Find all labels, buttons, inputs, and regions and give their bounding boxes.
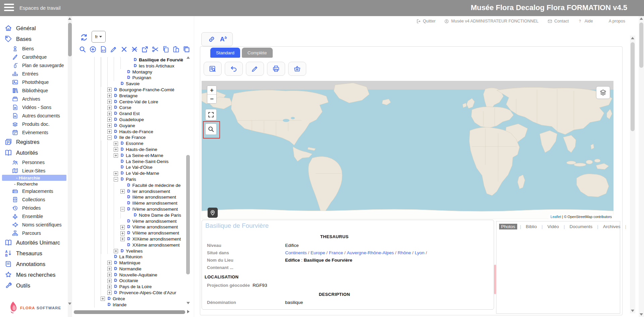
view-tab[interactable]: Complète: [242, 48, 273, 58]
breadcrumb-link[interactable]: Continents: [285, 250, 311, 255]
tree-scroll-down-arrow[interactable]: [186, 302, 190, 304]
tree-item[interactable]: D VIIème arrondissement: [73, 230, 189, 236]
scroll-down-arrow[interactable]: [68, 303, 71, 305]
sidebar-item[interactable]: Parcours: [0, 229, 68, 237]
sidebar-item[interactable]: Ensemble: [0, 212, 68, 220]
tree-expander-icon[interactable]: [120, 243, 126, 247]
tree-toolbar-button[interactable]: [162, 45, 170, 54]
tree-item[interactable]: D Normandie: [73, 266, 189, 272]
tree-expander-icon[interactable]: [114, 159, 120, 164]
tree-toolbar-button[interactable]: [151, 45, 159, 54]
breadcrumb-link[interactable]: Lyon: [415, 250, 428, 255]
tree-expander-icon[interactable]: [107, 267, 112, 271]
tree-expander-icon[interactable]: [114, 249, 118, 253]
tree-item[interactable]: D Grand Est: [73, 111, 189, 117]
sidebar-item[interactable]: Outils: [0, 280, 68, 291]
hamburger-menu-icon[interactable]: [4, 4, 14, 12]
sidebar-item[interactable]: Mes recherches: [0, 269, 68, 280]
map-zoom-in-button[interactable]: +: [207, 86, 216, 95]
tree-item[interactable]: D Notre Dame de Paris: [73, 212, 189, 218]
record-toolbar-button[interactable]: [225, 62, 243, 76]
view-tab[interactable]: Standard: [210, 48, 240, 58]
tree-toolbar-button[interactable]: [89, 45, 97, 54]
sidebar-item[interactable]: Produits doc.: [0, 120, 68, 128]
record-toolbar-button[interactable]: [288, 62, 306, 76]
sidebar-item[interactable]: Vidéos - Sons: [0, 103, 68, 111]
account-link[interactable]: Quitter: [416, 19, 436, 24]
tree-toolbar-button[interactable]: [172, 45, 180, 54]
tree-item[interactable]: D IIIème arrondissement: [73, 200, 189, 206]
tree-item[interactable]: D Centre-Val de Loire: [73, 99, 189, 105]
sidebar-item[interactable]: Emplacements: [0, 187, 68, 195]
sidebar-item[interactable]: Périodes: [0, 204, 68, 212]
tree-hscrollbar-thumb[interactable]: [74, 310, 185, 314]
media-tab[interactable]: Biblio: [524, 224, 539, 229]
tree-expander-icon[interactable]: [114, 147, 118, 152]
map-layers-button[interactable]: [596, 86, 610, 99]
sidebar-item[interactable]: Archives: [0, 95, 68, 103]
sidebar-item[interactable]: Lieux-Sites: [0, 166, 68, 175]
sidebar-item[interactable]: Autorités: [0, 147, 68, 158]
tree-expander-icon[interactable]: [107, 117, 112, 122]
tree-item[interactable]: D Guyane: [73, 123, 189, 129]
tree-expander-icon[interactable]: [114, 82, 120, 86]
sidebar-item[interactable]: Entrées: [0, 69, 68, 78]
tree-expander-icon[interactable]: [107, 112, 112, 116]
tree-expander-icon[interactable]: [107, 279, 112, 283]
map-marker-button[interactable]: [208, 208, 218, 218]
tree-expander-icon[interactable]: [101, 297, 105, 301]
leaflet-link[interactable]: Leaflet: [550, 215, 561, 219]
scroll-up-arrow[interactable]: [640, 17, 643, 20]
tree-item[interactable]: D Vème arrondissement: [73, 218, 189, 224]
tree-expander-icon[interactable]: [107, 94, 112, 98]
tree-item[interactable]: D Savoie: [73, 81, 189, 87]
tree-item[interactable]: D Essonne: [73, 141, 189, 147]
tree-expander-icon[interactable]: [107, 136, 112, 140]
tree-expander-icon[interactable]: [101, 303, 107, 307]
scroll-down-arrow[interactable]: [640, 313, 643, 316]
tree-item[interactable]: D Pays de la Loire: [73, 284, 189, 290]
sidebar-item[interactable]: Autres documents: [0, 111, 68, 120]
content-scrollbar[interactable]: [630, 36, 635, 313]
tree-expander-icon[interactable]: [120, 207, 125, 211]
tree-expander-icon[interactable]: [107, 100, 112, 104]
tree-item[interactable]: D La Seine-Saint-Denis: [73, 159, 189, 165]
tree-toolbar-button[interactable]: [110, 45, 118, 54]
sidebar-item[interactable]: Plan de sauvegarde: [0, 61, 68, 69]
tree-item[interactable]: D Pusignan: [73, 75, 189, 81]
sidebar-item[interactable]: Photothèque: [0, 78, 68, 86]
tree-item[interactable]: D Basilique de Fourviè: [73, 57, 189, 63]
tree-expander-icon[interactable]: [107, 285, 112, 289]
language-select[interactable]: fr: [92, 31, 106, 43]
tree-toolbar-button[interactable]: [78, 45, 87, 54]
tree-item[interactable]: D XIXème arrondissement: [73, 236, 189, 242]
account-link[interactable]: A propos: [602, 19, 625, 24]
sidebar-item[interactable]: Collections: [0, 195, 68, 204]
tree-expander-icon[interactable]: [120, 237, 125, 241]
tree-item[interactable]: D Martinique: [73, 260, 189, 266]
tree-expander-icon[interactable]: [107, 273, 112, 277]
tree-item[interactable]: D Bourgogne-Franche-Comté: [73, 87, 189, 93]
tree-expander-icon[interactable]: [127, 64, 133, 68]
tree-toolbar-button[interactable]: [99, 45, 107, 54]
tree-item[interactable]: D Le Val-d'Oise: [73, 164, 189, 170]
scrollbar-thumb[interactable]: [68, 23, 72, 56]
tree-expander-icon[interactable]: [107, 261, 112, 265]
tree-item[interactable]: D VIème arrondissement: [73, 224, 189, 230]
tree-item[interactable]: D XXème arrondissement: [73, 242, 189, 248]
map-zoom-out-button[interactable]: −: [207, 95, 216, 103]
tree-expander-icon[interactable]: [107, 123, 112, 128]
scroll-down-arrow[interactable]: [631, 310, 634, 312]
tree-expander-icon[interactable]: [120, 225, 125, 229]
map-fullscreen-button[interactable]: [205, 109, 217, 120]
tree-item[interactable]: D Occitanie: [73, 278, 189, 284]
tree-expander-icon[interactable]: [107, 88, 112, 92]
account-link[interactable]: Aide: [578, 19, 593, 24]
tree-item[interactable]: D La Seine-et-Marne: [73, 153, 189, 159]
tree-toolbar-button[interactable]: [130, 45, 139, 54]
tree-expander-icon[interactable]: [114, 153, 118, 158]
tree-item[interactable]: D Faculté de médecine de: [73, 182, 189, 189]
tree-item[interactable]: D La Réunion: [73, 254, 189, 260]
sidebar-item[interactable]: Autorités Unimarc: [0, 237, 68, 248]
tree-expander-icon[interactable]: [120, 189, 125, 194]
